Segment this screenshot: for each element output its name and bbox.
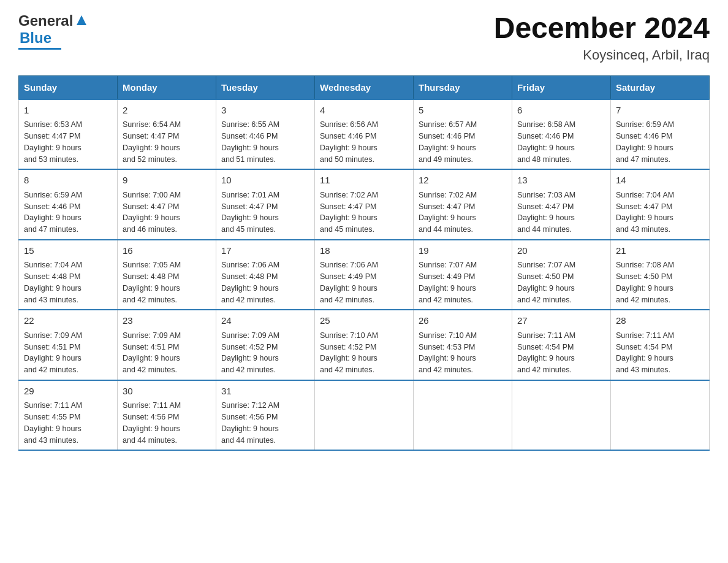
day-number: 18 <box>320 244 408 258</box>
table-row: 3 Sunrise: 6:55 AMSunset: 4:46 PMDayligh… <box>216 99 315 170</box>
day-number: 20 <box>517 244 605 258</box>
day-number: 15 <box>24 244 112 258</box>
day-number: 10 <box>221 174 309 188</box>
table-row <box>315 380 414 451</box>
day-number: 9 <box>123 174 211 188</box>
table-row: 30 Sunrise: 7:11 AMSunset: 4:56 PMDaylig… <box>118 380 216 451</box>
calendar-week-row: 22 Sunrise: 7:09 AMSunset: 4:51 PMDaylig… <box>19 310 710 380</box>
calendar-week-row: 29 Sunrise: 7:11 AMSunset: 4:55 PMDaylig… <box>19 380 710 451</box>
table-row: 25 Sunrise: 7:10 AMSunset: 4:52 PMDaylig… <box>315 310 414 380</box>
table-row: 21 Sunrise: 7:08 AMSunset: 4:50 PMDaylig… <box>611 240 710 310</box>
table-row: 4 Sunrise: 6:56 AMSunset: 4:46 PMDayligh… <box>315 99 414 170</box>
day-number: 26 <box>419 314 507 328</box>
table-row: 14 Sunrise: 7:04 AMSunset: 4:47 PMDaylig… <box>611 169 710 240</box>
table-row: 24 Sunrise: 7:09 AMSunset: 4:52 PMDaylig… <box>216 310 315 380</box>
day-number: 7 <box>616 104 704 118</box>
table-row: 18 Sunrise: 7:06 AMSunset: 4:49 PMDaylig… <box>315 240 414 310</box>
svg-marker-0 <box>77 15 86 25</box>
table-row: 1 Sunrise: 6:53 AMSunset: 4:47 PMDayligh… <box>19 99 118 170</box>
table-row: 29 Sunrise: 7:11 AMSunset: 4:55 PMDaylig… <box>19 380 118 451</box>
calendar-header-row: Sunday Monday Tuesday Wednesday Thursday… <box>19 75 710 99</box>
table-row: 10 Sunrise: 7:01 AMSunset: 4:47 PMDaylig… <box>216 169 315 240</box>
table-row: 9 Sunrise: 7:00 AMSunset: 4:47 PMDayligh… <box>118 169 216 240</box>
table-row: 31 Sunrise: 7:12 AMSunset: 4:56 PMDaylig… <box>216 380 315 451</box>
calendar-table: Sunday Monday Tuesday Wednesday Thursday… <box>18 75 710 451</box>
day-number: 17 <box>221 244 309 258</box>
table-row: 15 Sunrise: 7:04 AMSunset: 4:48 PMDaylig… <box>19 240 118 310</box>
table-row: 11 Sunrise: 7:02 AMSunset: 4:47 PMDaylig… <box>315 169 414 240</box>
logo-general-text: General <box>18 12 73 29</box>
day-number: 28 <box>616 314 704 328</box>
header-friday: Friday <box>512 75 611 99</box>
day-number: 21 <box>616 244 704 258</box>
table-row <box>414 380 512 451</box>
table-row: 17 Sunrise: 7:06 AMSunset: 4:48 PMDaylig… <box>216 240 315 310</box>
logo-underline <box>18 48 61 50</box>
header-monday: Monday <box>118 75 216 99</box>
table-row: 12 Sunrise: 7:02 AMSunset: 4:47 PMDaylig… <box>414 169 512 240</box>
table-row <box>611 380 710 451</box>
day-number: 3 <box>221 104 309 118</box>
day-number: 12 <box>419 174 507 188</box>
header-thursday: Thursday <box>414 75 512 99</box>
table-row <box>512 380 611 451</box>
day-number: 4 <box>320 104 408 118</box>
day-number: 1 <box>24 104 112 118</box>
table-row: 20 Sunrise: 7:07 AMSunset: 4:50 PMDaylig… <box>512 240 611 310</box>
day-number: 31 <box>221 385 309 399</box>
header-wednesday: Wednesday <box>315 75 414 99</box>
day-number: 22 <box>24 314 112 328</box>
day-number: 29 <box>24 385 112 399</box>
header-tuesday: Tuesday <box>216 75 315 99</box>
table-row: 28 Sunrise: 7:11 AMSunset: 4:54 PMDaylig… <box>611 310 710 380</box>
location-subtitle: Koysinceq, Arbil, Iraq <box>494 47 710 63</box>
day-number: 2 <box>123 104 211 118</box>
day-number: 19 <box>419 244 507 258</box>
table-row: 26 Sunrise: 7:10 AMSunset: 4:53 PMDaylig… <box>414 310 512 380</box>
day-number: 11 <box>320 174 408 188</box>
title-block: December 2024 Koysinceq, Arbil, Iraq <box>494 12 710 63</box>
table-row: 13 Sunrise: 7:03 AMSunset: 4:47 PMDaylig… <box>512 169 611 240</box>
calendar-week-row: 1 Sunrise: 6:53 AMSunset: 4:47 PMDayligh… <box>19 99 710 170</box>
table-row: 8 Sunrise: 6:59 AMSunset: 4:46 PMDayligh… <box>19 169 118 240</box>
calendar-week-row: 15 Sunrise: 7:04 AMSunset: 4:48 PMDaylig… <box>19 240 710 310</box>
table-row: 22 Sunrise: 7:09 AMSunset: 4:51 PMDaylig… <box>19 310 118 380</box>
table-row: 7 Sunrise: 6:59 AMSunset: 4:46 PMDayligh… <box>611 99 710 170</box>
header-sunday: Sunday <box>19 75 118 99</box>
day-number: 8 <box>24 174 112 188</box>
day-number: 5 <box>419 104 507 118</box>
day-number: 16 <box>123 244 211 258</box>
table-row: 19 Sunrise: 7:07 AMSunset: 4:49 PMDaylig… <box>414 240 512 310</box>
table-row: 23 Sunrise: 7:09 AMSunset: 4:51 PMDaylig… <box>118 310 216 380</box>
page-header: General Blue December 2024 Koysinceq, Ar… <box>18 12 710 63</box>
month-year-title: December 2024 <box>494 12 710 45</box>
day-number: 30 <box>123 385 211 399</box>
table-row: 27 Sunrise: 7:11 AMSunset: 4:54 PMDaylig… <box>512 310 611 380</box>
header-saturday: Saturday <box>611 75 710 99</box>
table-row: 5 Sunrise: 6:57 AMSunset: 4:46 PMDayligh… <box>414 99 512 170</box>
table-row: 6 Sunrise: 6:58 AMSunset: 4:46 PMDayligh… <box>512 99 611 170</box>
day-number: 13 <box>517 174 605 188</box>
day-number: 23 <box>123 314 211 328</box>
day-number: 6 <box>517 104 605 118</box>
calendar-week-row: 8 Sunrise: 6:59 AMSunset: 4:46 PMDayligh… <box>19 169 710 240</box>
table-row: 2 Sunrise: 6:54 AMSunset: 4:47 PMDayligh… <box>118 99 216 170</box>
day-number: 25 <box>320 314 408 328</box>
day-number: 24 <box>221 314 309 328</box>
table-row: 16 Sunrise: 7:05 AMSunset: 4:48 PMDaylig… <box>118 240 216 310</box>
day-number: 27 <box>517 314 605 328</box>
logo-blue-text: Blue <box>20 29 51 47</box>
day-number: 14 <box>616 174 704 188</box>
logo: General Blue <box>18 12 88 50</box>
logo-triangle-icon <box>75 14 88 29</box>
